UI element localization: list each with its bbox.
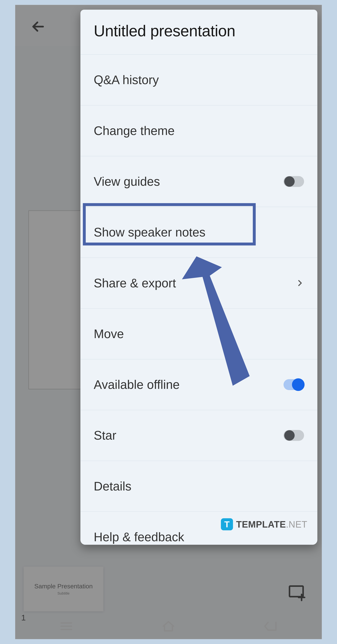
menu-item-move[interactable]: Move (80, 308, 318, 359)
menu-item-label: Share & export (94, 276, 176, 290)
menu-item-change-theme[interactable]: Change theme (80, 105, 318, 156)
menu-item-details[interactable]: Details (80, 461, 318, 512)
watermark-suffix: .NET (286, 519, 307, 530)
menu-item-view-guides[interactable]: View guides (80, 156, 318, 207)
menu-item-label: Q&A history (94, 73, 159, 87)
menu-item-show-speaker-notes[interactable]: Show speaker notes (80, 207, 318, 258)
watermark-brand: TEMPLATE (236, 519, 286, 530)
toggle-star[interactable] (284, 430, 304, 441)
menu-item-star[interactable]: Star (80, 410, 318, 461)
menu-item-qa-history[interactable]: Q&A history (80, 54, 318, 105)
menu-title: Untitled presentation (80, 10, 318, 54)
watermark: T TEMPLATE.NET (221, 518, 307, 530)
toggle-view-guides[interactable] (284, 176, 304, 187)
menu-item-label: Star (94, 428, 116, 442)
menu-item-label: View guides (94, 174, 160, 188)
toggle-available-offline[interactable] (284, 379, 304, 390)
menu-item-label: Help & feedback (94, 530, 184, 544)
menu-item-share-export[interactable]: Share & export (80, 258, 318, 308)
menu-item-available-offline[interactable]: Available offline (80, 359, 318, 410)
menu-list: Q&A history Change theme View guides Sho… (80, 54, 318, 545)
menu-item-label: Move (94, 327, 124, 341)
overflow-menu: Untitled presentation Q&A history Change… (80, 10, 318, 545)
menu-item-label: Details (94, 479, 132, 493)
watermark-text: TEMPLATE.NET (236, 519, 308, 530)
menu-item-label: Change theme (94, 124, 174, 138)
menu-item-label: Show speaker notes (94, 225, 206, 239)
menu-item-label: Available offline (94, 378, 180, 392)
watermark-badge: T (221, 518, 233, 530)
device-screen: Sample Presentation Subtitle 1 Untitled … (15, 5, 322, 639)
chevron-right-icon (296, 276, 304, 290)
